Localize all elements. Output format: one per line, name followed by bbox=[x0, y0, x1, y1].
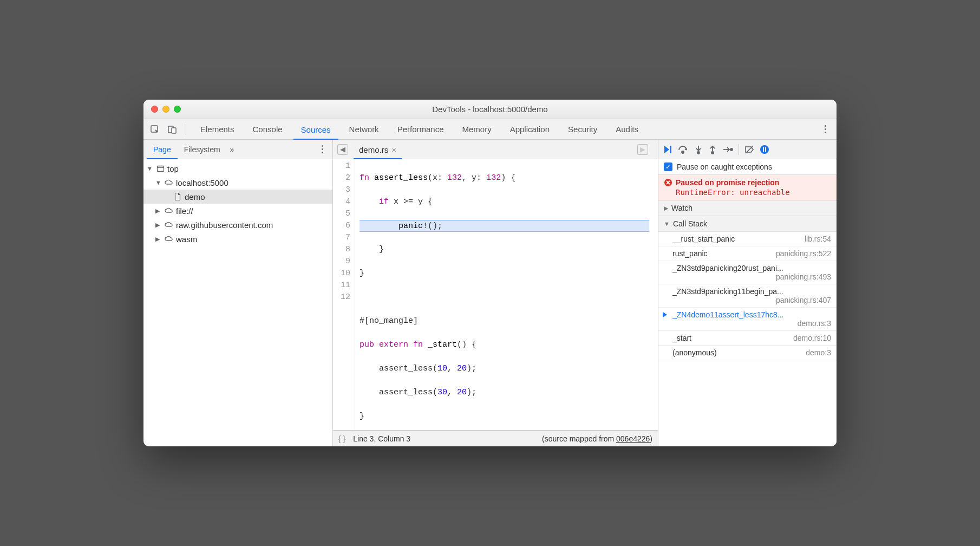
svg-rect-3 bbox=[157, 166, 164, 171]
source-map-link[interactable]: 006e4226 bbox=[616, 434, 650, 443]
tab-console[interactable]: Console bbox=[245, 119, 290, 139]
paused-alert: Paused on promise rejection RuntimeError… bbox=[658, 175, 837, 200]
navigator-tab-page[interactable]: Page bbox=[147, 140, 178, 159]
window-title: DevTools - localhost:5000/demo bbox=[143, 105, 837, 114]
step-button[interactable] bbox=[722, 145, 733, 154]
line-gutter: 123456789101112 bbox=[333, 159, 355, 430]
stack-frame[interactable]: panicking.rs:522rust_panic bbox=[658, 246, 837, 261]
error-icon bbox=[664, 178, 672, 187]
tab-sources[interactable]: Sources bbox=[293, 120, 338, 140]
navigator-tabs: Page Filesystem » bbox=[143, 140, 332, 159]
pause-caught-row[interactable]: ✓ Pause on caught exceptions bbox=[658, 159, 837, 175]
tree-file-scheme[interactable]: ▶file:// bbox=[143, 204, 332, 218]
pretty-print-button[interactable]: { } bbox=[338, 434, 345, 443]
tab-performance[interactable]: Performance bbox=[390, 119, 452, 139]
stack-frame[interactable]: demo:3(anonymous) bbox=[658, 346, 837, 360]
file-icon bbox=[173, 193, 182, 201]
pause-caught-label: Pause on caught exceptions bbox=[677, 162, 772, 171]
navigator-more-tabs[interactable]: » bbox=[227, 145, 238, 154]
tab-application[interactable]: Application bbox=[502, 119, 557, 139]
device-toolbar-icon[interactable] bbox=[165, 122, 179, 136]
stack-frame[interactable]: lib.rs:54__rust_start_panic bbox=[658, 232, 837, 246]
pause-exceptions-button[interactable] bbox=[760, 145, 769, 154]
tree-top-frame[interactable]: ▼top bbox=[143, 161, 332, 176]
step-into-button[interactable] bbox=[694, 145, 703, 154]
close-window-button[interactable] bbox=[151, 106, 158, 113]
svg-rect-15 bbox=[763, 147, 764, 152]
cloud-icon bbox=[164, 179, 174, 186]
zoom-window-button[interactable] bbox=[174, 106, 181, 113]
main-tabbar: Elements Console Sources Network Perform… bbox=[143, 119, 837, 140]
stack-frame[interactable]: demo.rs:10_start bbox=[658, 331, 837, 346]
svg-point-6 bbox=[682, 151, 684, 153]
close-tab-icon[interactable]: × bbox=[391, 145, 396, 154]
tab-audits[interactable]: Audits bbox=[608, 119, 646, 139]
tree-wasm[interactable]: ▶wasm bbox=[143, 232, 332, 246]
alert-detail: RuntimeError: unreachable bbox=[664, 187, 831, 197]
code-editor[interactable]: 123456789101112 fn assert_less(x: i32, y… bbox=[333, 159, 658, 430]
step-out-button[interactable] bbox=[708, 145, 717, 154]
tree-host[interactable]: ▼localhost:5000 bbox=[143, 176, 332, 190]
svg-point-10 bbox=[711, 152, 714, 154]
file-tab-label: demo.rs bbox=[359, 145, 388, 154]
tab-elements[interactable]: Elements bbox=[193, 119, 242, 139]
editor-tabs: ◀ demo.rs × ▶ bbox=[333, 140, 658, 159]
editor-statusbar: { } Line 3, Column 3 (source mapped from… bbox=[333, 430, 658, 446]
tab-security[interactable]: Security bbox=[560, 119, 605, 139]
nav-forward-button[interactable]: ▶ bbox=[637, 144, 648, 155]
debugger-toolbar bbox=[658, 140, 837, 159]
navigator-menu-icon[interactable] bbox=[315, 142, 329, 157]
svg-point-12 bbox=[730, 148, 733, 151]
source-map-info: (source mapped from 006e4226) bbox=[542, 434, 652, 443]
stack-frame[interactable]: _ZN3std9panicking11begin_pa...panicking.… bbox=[658, 284, 837, 308]
callstack-section-header[interactable]: ▼Call Stack bbox=[658, 216, 837, 232]
tab-memory[interactable]: Memory bbox=[455, 119, 499, 139]
editor-pane: ◀ demo.rs × ▶ 123456789101112 fn assert_… bbox=[333, 140, 658, 446]
nav-back-button[interactable]: ◀ bbox=[337, 144, 348, 155]
file-tree: ▼top ▼localhost:5000 demo ▶file:// ▶raw.… bbox=[143, 159, 332, 446]
titlebar: DevTools - localhost:5000/demo bbox=[143, 100, 837, 119]
navigator-tab-filesystem[interactable]: Filesystem bbox=[178, 140, 227, 159]
tree-raw-github[interactable]: ▶raw.githubusercontent.com bbox=[143, 218, 332, 232]
svg-rect-16 bbox=[765, 147, 766, 152]
cursor-position: Line 3, Column 3 bbox=[353, 434, 410, 443]
cloud-icon bbox=[164, 236, 174, 242]
svg-point-8 bbox=[697, 152, 700, 154]
stack-frame-current[interactable]: _ZN4demo11assert_less17hc8...demo.rs:3 bbox=[658, 308, 837, 331]
traffic-lights bbox=[143, 106, 181, 113]
inspect-element-icon[interactable] bbox=[148, 122, 162, 136]
watch-section-header[interactable]: ▶Watch bbox=[658, 200, 837, 216]
step-over-button[interactable] bbox=[678, 145, 689, 154]
cloud-icon bbox=[164, 207, 174, 214]
cloud-icon bbox=[164, 222, 174, 228]
deactivate-breakpoints-button[interactable] bbox=[744, 145, 754, 154]
resume-button[interactable] bbox=[663, 145, 672, 154]
minimize-window-button[interactable] bbox=[162, 106, 169, 113]
svg-rect-5 bbox=[670, 146, 671, 153]
pause-caught-checkbox[interactable]: ✓ bbox=[664, 162, 672, 171]
stack-frame[interactable]: _ZN3std9panicking20rust_pani...panicking… bbox=[658, 261, 837, 284]
devtools-window: DevTools - localhost:5000/demo Elements … bbox=[143, 100, 837, 446]
code-content[interactable]: fn assert_less(x: i32, y: i32) { if x >=… bbox=[355, 159, 658, 430]
debugger-pane: ✓ Pause on caught exceptions Paused on p… bbox=[658, 140, 837, 446]
svg-point-14 bbox=[760, 145, 769, 154]
tree-file-demo[interactable]: demo bbox=[143, 190, 332, 204]
call-stack-list: lib.rs:54__rust_start_panic panicking.rs… bbox=[658, 232, 837, 446]
svg-rect-2 bbox=[172, 128, 176, 133]
main-menu-icon[interactable] bbox=[818, 122, 832, 136]
tab-network[interactable]: Network bbox=[342, 119, 387, 139]
file-tab-demo-rs[interactable]: demo.rs × bbox=[354, 140, 402, 159]
navigator-pane: Page Filesystem » ▼top ▼localhost:5000 d… bbox=[143, 140, 333, 446]
frame-icon bbox=[155, 165, 165, 173]
